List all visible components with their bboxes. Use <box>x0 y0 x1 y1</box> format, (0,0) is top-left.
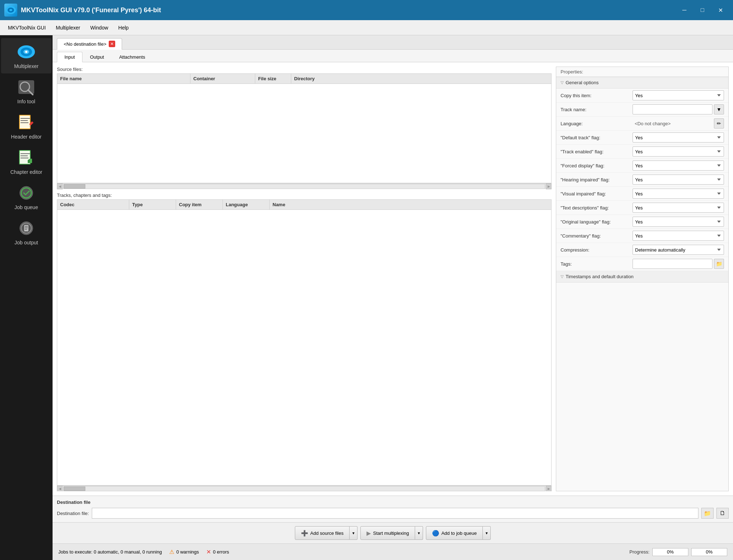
menu-help[interactable]: Help <box>113 23 134 33</box>
properties-header: Properties: <box>556 67 728 77</box>
sidebar-item-job-output[interactable]: Job output <box>1 214 51 250</box>
menu-mkvtoolnix-gui[interactable]: MKVToolNix GUI <box>3 23 51 33</box>
sidebar-item-chapter-editor[interactable]: Chapter editor <box>1 144 51 179</box>
tracks-hscroll[interactable]: ◀ ▶ <box>57 486 552 491</box>
destination-row: Destination file: 📁 🗋 <box>57 508 729 519</box>
svg-point-6 <box>25 51 27 53</box>
text-descriptions-select[interactable]: YesNo <box>633 203 724 213</box>
tracks-hscroll-thumb[interactable] <box>64 487 85 491</box>
prop-row-track-name: Track name: ▼ <box>556 103 728 117</box>
jobs-status-item: Jobs to execute: 0 automatic, 0 manual, … <box>58 549 162 555</box>
tab-close-button[interactable]: ✕ <box>109 41 115 47</box>
th-copyitem: Copy item <box>176 200 223 209</box>
language-edit-btn[interactable]: ✏ <box>714 118 724 128</box>
language-text: <Do not change> <box>633 121 712 126</box>
job-queue-icon <box>15 184 37 202</box>
default-track-select[interactable]: YesNo <box>633 132 724 143</box>
add-to-job-queue-dropdown-btn[interactable]: ▼ <box>483 526 491 540</box>
info-tool-icon <box>15 78 37 96</box>
tab-output[interactable]: Output <box>82 52 112 62</box>
add-source-group: ➕ Add source files ▼ <box>295 526 358 540</box>
triangle-icon: ▽ <box>561 80 563 85</box>
destination-input[interactable] <box>92 508 698 519</box>
compression-select[interactable]: Determine automaticallyNonezlib <box>633 245 724 255</box>
start-multiplexing-icon: ▶ <box>366 530 371 537</box>
tracks-section: Tracks, chapters and tags: Codec Type Co… <box>57 193 552 491</box>
top-tab-strip: <No destination file> ✕ <box>53 35 733 50</box>
sidebar-item-multiplexer[interactable]: Multiplexer <box>1 38 51 73</box>
chapter-editor-icon <box>15 148 37 167</box>
destination-new-btn[interactable]: 🗋 <box>716 508 729 519</box>
prop-label-track-name: Track name: <box>561 107 633 112</box>
forced-display-select[interactable]: YesNo <box>633 161 724 171</box>
add-to-job-queue-group: 🔵 Add to job queue ▼ <box>426 526 491 540</box>
left-panel: Source files: File name Container File s… <box>57 67 552 491</box>
tab-label: <No destination file> <box>64 41 107 47</box>
sidebar-item-job-queue[interactable]: Job queue <box>1 179 51 214</box>
inner-content: Input Output Attachments Source files: F… <box>53 50 733 522</box>
th-directory: Directory <box>291 74 551 83</box>
track-enabled-select[interactable]: YesNo <box>633 146 724 157</box>
timestamps-section-header: ▽ Timestamps and default duration <box>556 271 728 283</box>
tracks-hscroll-right-arrow[interactable]: ▶ <box>546 486 552 492</box>
sidebar-label-job-queue: Job queue <box>14 204 38 210</box>
prop-label-forced-display: "Forced display" flag: <box>561 163 633 168</box>
prop-control-hearing-impaired: YesNo <box>633 175 724 185</box>
maximize-button[interactable]: □ <box>694 4 711 16</box>
tracks-label: Tracks, chapters and tags: <box>57 193 552 198</box>
copy-item-select[interactable]: YesNo <box>633 90 724 100</box>
tab-input[interactable]: Input <box>57 52 82 62</box>
close-button[interactable]: ✕ <box>712 4 729 16</box>
sidebar-item-info-tool[interactable]: Info tool <box>1 73 51 109</box>
start-multiplexing-button[interactable]: ▶ Start multiplexing <box>360 526 415 540</box>
prop-label-commentary: "Commentary" flag: <box>561 233 633 239</box>
start-multiplexing-dropdown-btn[interactable]: ▼ <box>415 526 423 540</box>
tags-browse-btn[interactable]: 📁 <box>714 259 724 269</box>
add-source-label: Add source files <box>310 530 344 536</box>
hscroll-track[interactable] <box>63 184 545 189</box>
destination-tab[interactable]: <No destination file> ✕ <box>57 38 122 50</box>
properties-scroll[interactable]: ▽ General options Copy this item: YesNo <box>556 77 728 491</box>
tracks-body <box>57 210 551 318</box>
tracks-hscroll-track[interactable] <box>63 486 545 491</box>
add-source-button[interactable]: ➕ Add source files <box>295 526 350 540</box>
hscroll-thumb[interactable] <box>64 184 85 189</box>
hscroll-left-arrow[interactable]: ◀ <box>57 184 63 189</box>
hearing-impaired-select[interactable]: YesNo <box>633 175 724 185</box>
minimize-button[interactable]: ─ <box>676 4 693 16</box>
menu-window[interactable]: Window <box>85 23 113 33</box>
tab-attachments[interactable]: Attachments <box>112 52 153 62</box>
add-to-job-queue-label: Add to job queue <box>441 530 477 536</box>
prop-control-original-language: YesNo <box>633 217 724 227</box>
visual-impaired-select[interactable]: YesNo <box>633 189 724 199</box>
prop-control-track-enabled: YesNo <box>633 146 724 157</box>
menu-multiplexer[interactable]: Multiplexer <box>51 23 85 33</box>
add-source-dropdown-btn[interactable]: ▼ <box>350 526 357 540</box>
sidebar-label-info-tool: Info tool <box>17 99 35 104</box>
source-files-hscroll[interactable]: ◀ ▶ <box>57 183 552 189</box>
sidebar-label-chapter-editor: Chapter editor <box>10 169 42 175</box>
prop-row-default-track: "Default track" flag: YesNo <box>556 131 728 145</box>
prop-row-compression: Compression: Determine automaticallyNone… <box>556 243 728 257</box>
add-to-job-queue-button[interactable]: 🔵 Add to job queue <box>426 526 483 540</box>
tags-input[interactable] <box>633 259 712 269</box>
main-panel: Source files: File name Container File s… <box>53 62 733 496</box>
source-files-table[interactable]: File name Container File size Directory <box>57 73 552 183</box>
tracks-hscroll-left-arrow[interactable]: ◀ <box>57 486 63 492</box>
prop-control-commentary: YesNo <box>633 231 724 241</box>
track-name-dropdown-btn[interactable]: ▼ <box>714 104 724 114</box>
prop-label-visual-impaired: "Visual impaired" flag: <box>561 191 633 197</box>
commentary-select[interactable]: YesNo <box>633 231 724 241</box>
prop-label-tags: Tags: <box>561 261 633 267</box>
main-layout: Multiplexer Info tool <box>0 35 733 560</box>
error-icon: ✕ <box>206 548 211 555</box>
sidebar-item-header-editor[interactable]: Header editor <box>1 109 51 144</box>
track-name-input[interactable] <box>633 104 712 114</box>
original-language-select[interactable]: YesNo <box>633 217 724 227</box>
destination-browse-btn[interactable]: 📁 <box>701 508 714 519</box>
prop-row-forced-display: "Forced display" flag: YesNo <box>556 159 728 173</box>
progress-label: Progress: <box>629 549 649 555</box>
prop-label-language: Language: <box>561 121 633 126</box>
hscroll-right-arrow[interactable]: ▶ <box>546 184 552 189</box>
tracks-table[interactable]: Codec Type Copy item Language Name <box>57 199 552 486</box>
